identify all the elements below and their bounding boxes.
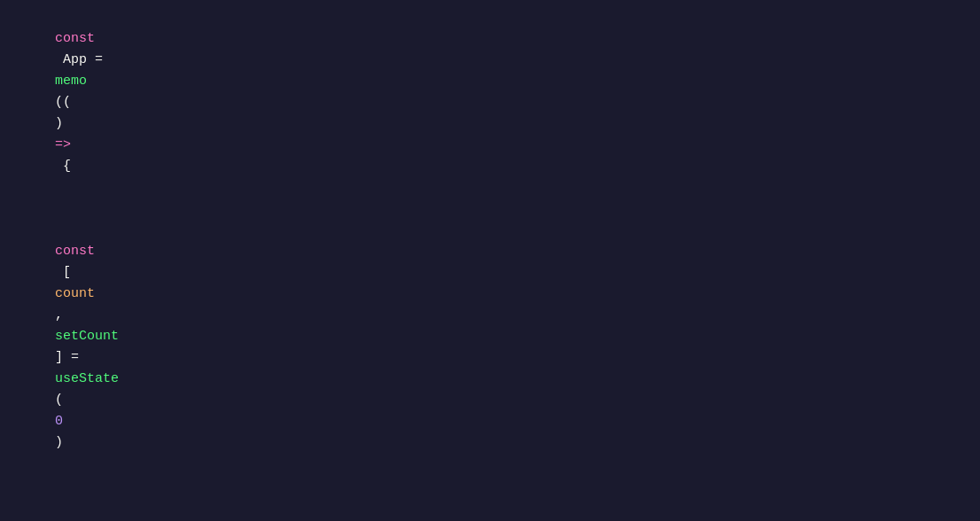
code-editor: const App = memo (( ) => { const [ count…: [0, 0, 980, 521]
code-line-1: const App = memo (( ) => {: [0, 7, 980, 198]
func-memo: memo: [55, 74, 87, 89]
keyword-const: const: [55, 31, 95, 46]
code-line-3: const [ message , setMessage ] = useStat…: [0, 475, 980, 521]
code-line-2: const [ count , setCount ] = useState ( …: [0, 198, 980, 475]
